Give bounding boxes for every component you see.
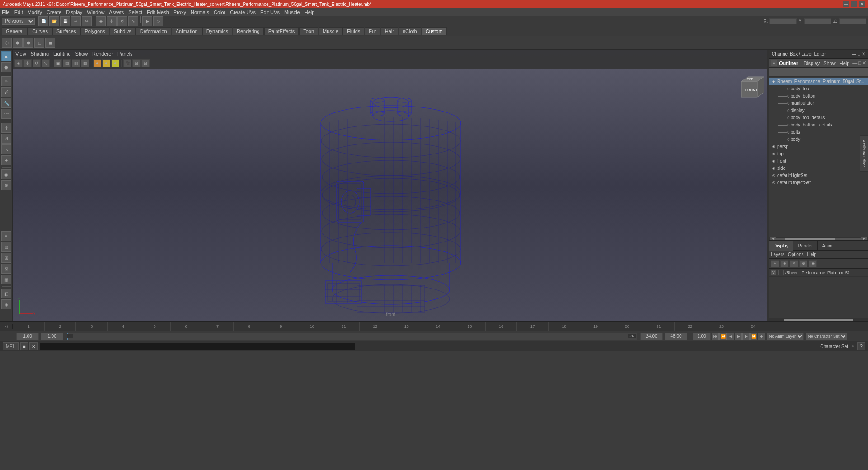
timeline-ruler[interactable]: 123456789101112131415161718192021222324: [13, 322, 769, 331]
menu-item-modify[interactable]: Modify: [28, 9, 42, 15]
menu-item-create[interactable]: Create: [47, 9, 61, 15]
channel-box-minimize[interactable]: —: [852, 51, 856, 56]
timeline-tick-6[interactable]: 6: [170, 322, 202, 331]
fps-input[interactable]: [693, 333, 711, 340]
outliner-close[interactable]: ✕: [862, 60, 866, 66]
vp-light2-icon[interactable]: ●: [102, 59, 110, 67]
menu-item-edit-uvs[interactable]: Edit UVs: [260, 9, 280, 15]
shelf-icon-5[interactable]: ◼: [45, 38, 55, 48]
menu-item-help[interactable]: Help: [305, 9, 315, 15]
maximize-button[interactable]: □: [851, 1, 857, 7]
range-end-input[interactable]: [640, 333, 663, 340]
outliner-minimize[interactable]: —: [852, 60, 857, 66]
x-input[interactable]: [769, 18, 797, 24]
shelf-tab-animation[interactable]: Animation: [172, 27, 202, 35]
shelf-tab-muscle[interactable]: Muscle: [319, 27, 343, 35]
outliner-scroll-track[interactable]: [776, 238, 861, 240]
delete-layer-btn[interactable]: ✕: [790, 260, 798, 267]
timeline-tick-2[interactable]: 2: [44, 322, 76, 331]
menu-item-muscle[interactable]: Muscle: [284, 9, 300, 15]
menu-item-color[interactable]: Color: [214, 9, 225, 15]
paint-tool[interactable]: ✏: [1, 76, 11, 86]
outliner-ctrl-1[interactable]: ≡: [771, 60, 777, 66]
smear-tool[interactable]: 〰: [1, 109, 11, 119]
shelf-tab-surfaces[interactable]: Surfaces: [52, 27, 80, 35]
char-set-dropdown[interactable]: No Character Set: [806, 333, 847, 340]
outliner-item-9[interactable]: ◉persp: [769, 143, 868, 150]
vp-smooth-icon[interactable]: ▤: [63, 59, 71, 67]
new-layer-from-selected-btn[interactable]: ⊕: [780, 260, 788, 267]
timeline-tick-1[interactable]: 1: [13, 322, 44, 331]
outliner-item-14[interactable]: ◎defaultObjectSet: [769, 179, 868, 186]
attribute-editor-tab[interactable]: Attribute Editor: [860, 135, 868, 172]
shelf-tab-deformation[interactable]: Deformation: [136, 27, 171, 35]
menu-item-assets[interactable]: Assets: [109, 9, 124, 15]
shelf-icon-1[interactable]: ⬡: [2, 38, 12, 48]
layer-checkbox[interactable]: V: [771, 270, 776, 275]
shelf-tab-fur[interactable]: Fur: [365, 27, 380, 35]
timeline-tick-4[interactable]: 4: [107, 322, 139, 331]
timeline-tick-14[interactable]: 14: [422, 322, 454, 331]
vp-flat-icon[interactable]: ▥: [72, 59, 80, 67]
layer-item[interactable]: V /Rheem_Performance_Platinum_50gal_Smar…: [769, 269, 868, 277]
layer-tab-render[interactable]: Render: [793, 241, 818, 251]
vp-select-icon[interactable]: ◈: [14, 59, 23, 67]
show-manip-tool[interactable]: ⊕: [1, 180, 11, 190]
shelf-tab-rendering[interactable]: Rendering: [233, 27, 264, 35]
shelf-tab-dynamics[interactable]: Dynamics: [202, 27, 232, 35]
script-stop-btn[interactable]: ■: [20, 342, 28, 350]
layer-hide-btn[interactable]: ◉: [809, 260, 817, 267]
ipr-icon[interactable]: ▷: [153, 16, 163, 26]
lasso-tool[interactable]: ⬟: [1, 62, 11, 72]
scale-tool-icon[interactable]: ⤡: [128, 16, 138, 26]
shelf-tab-toon[interactable]: Toon: [299, 27, 318, 35]
new-scene-icon[interactable]: 📄: [38, 16, 48, 26]
layer-btn-5[interactable]: ▦: [1, 275, 11, 284]
outliner-item-10[interactable]: ◉top: [769, 150, 868, 157]
menu-item-proxy[interactable]: Proxy: [174, 9, 186, 15]
timeline-tick-12[interactable]: 12: [359, 322, 391, 331]
timeline-tick-9[interactable]: 9: [265, 322, 296, 331]
range-start2-input[interactable]: [41, 333, 63, 340]
hypershade-btn[interactable]: ◈: [1, 299, 11, 309]
undo-icon[interactable]: ↩: [71, 16, 81, 26]
outliner-item-1[interactable]: ——o body_top: [769, 85, 868, 92]
outliner-restore[interactable]: □: [858, 60, 861, 66]
z-input[interactable]: [839, 18, 866, 24]
timeline-tick-10[interactable]: 10: [296, 322, 328, 331]
layer-btn-2[interactable]: ⊟: [1, 242, 11, 252]
shelf-tab-curves[interactable]: Curves: [28, 27, 52, 35]
outliner-item-11[interactable]: ◉front: [769, 157, 868, 164]
timeline-tick-15[interactable]: 15: [454, 322, 485, 331]
menu-item-normals[interactable]: Normals: [191, 9, 209, 15]
channel-box-close[interactable]: ✕: [862, 51, 865, 56]
status-help-btn[interactable]: ?: [857, 342, 865, 350]
display-layer-btn[interactable]: ≡: [1, 231, 11, 241]
mel-button[interactable]: MEL: [3, 342, 19, 350]
timeline-tick-24[interactable]: 24: [737, 322, 769, 331]
menu-item-edit-mesh[interactable]: Edit Mesh: [147, 9, 169, 15]
vp-rotate-icon[interactable]: ↺: [33, 59, 41, 67]
shelf-tab-custom[interactable]: Custom: [422, 27, 447, 35]
select-tool-icon[interactable]: ◈: [96, 16, 106, 26]
outliner-item-6[interactable]: ——o body_bottom_details: [769, 121, 868, 128]
shelf-tab-polygons[interactable]: Polygons: [80, 27, 109, 35]
viewport-menu-lighting[interactable]: Lighting: [53, 51, 71, 56]
rotate-tool-icon[interactable]: ↺: [117, 16, 127, 26]
layer-submenu-options[interactable]: Options: [788, 252, 803, 257]
go-end-btn[interactable]: ⏭: [758, 333, 765, 340]
viewport-menu-renderer[interactable]: Renderer: [92, 51, 113, 56]
outliner-item-0[interactable]: ◆Rheem_Performance_Platinum_50gal_Sr...: [769, 78, 868, 85]
timeline-tick-21[interactable]: 21: [643, 322, 674, 331]
range-end2-input[interactable]: [665, 333, 687, 340]
sculpt-tool[interactable]: 🔧: [1, 98, 11, 108]
shelf-tab-ncloth[interactable]: nCloth: [399, 27, 421, 35]
prev-frame-btn[interactable]: ◀: [727, 333, 734, 340]
outliner-item-2[interactable]: ——o body_bottom: [769, 92, 868, 99]
vp-light1-icon[interactable]: ●: [93, 59, 101, 67]
rotate-tool-left[interactable]: ↺: [1, 134, 11, 144]
viewport-resize-handle[interactable]: [767, 50, 769, 321]
shelf-tab-fluids[interactable]: Fluids: [343, 27, 364, 35]
timeline-tick-11[interactable]: 11: [328, 322, 359, 331]
play-btn[interactable]: ▶: [735, 333, 742, 340]
